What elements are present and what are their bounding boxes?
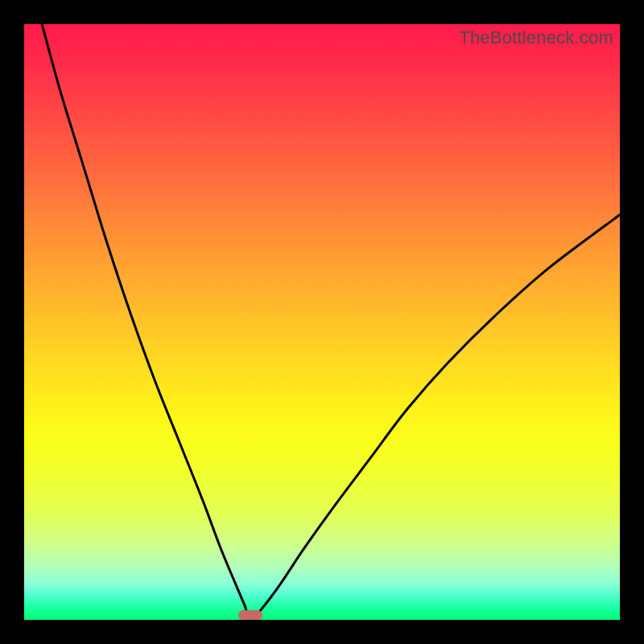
optimal-point-marker [238,610,262,620]
bottleneck-curve [24,24,620,620]
chart-frame: TheBottleneck.com [0,0,644,644]
plot-area: TheBottleneck.com [24,24,620,620]
